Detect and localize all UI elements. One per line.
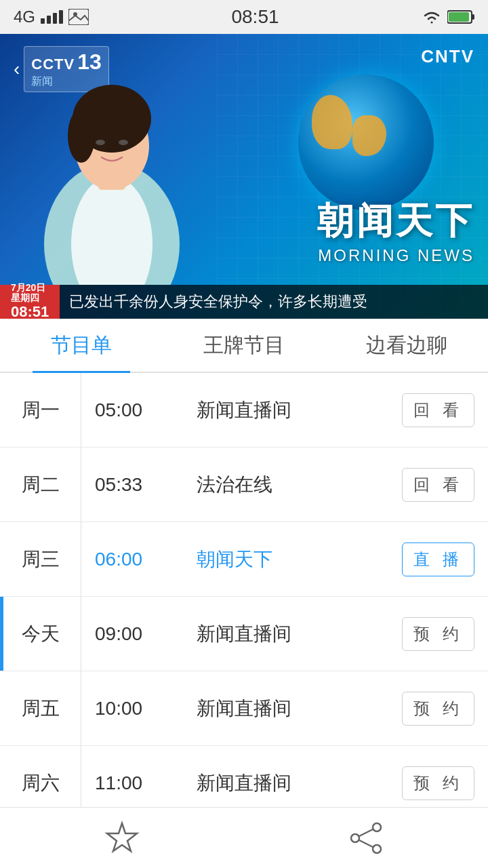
show-title-en: MORNING NEWS: [317, 246, 474, 265]
ticker-time: 7月20日星期四 08:51: [0, 285, 60, 319]
svg-rect-4: [472, 14, 474, 20]
svg-marker-13: [107, 823, 137, 851]
globe-container: [298, 75, 434, 210]
status-bar: 4G 08:51: [0, 0, 488, 34]
program-row-4[interactable]: 10:00 新闻直播间 预 约: [81, 671, 488, 746]
program-name-4: 新闻直播间: [197, 696, 382, 722]
program-name-2: 朝闻天下: [197, 547, 382, 572]
svg-point-14: [373, 823, 381, 831]
program-name-0: 新闻直播间: [197, 397, 382, 423]
program-action-0[interactable]: 回 看: [402, 393, 474, 427]
svg-line-18: [359, 840, 373, 847]
signal-bar-2: [47, 16, 51, 24]
program-action-5[interactable]: 预 约: [402, 766, 474, 800]
svg-line-17: [359, 829, 373, 836]
tab-bar: 节目单 王牌节目 边看边聊: [0, 319, 488, 373]
day-today[interactable]: 今天: [0, 597, 81, 671]
carrier-text: 4G: [14, 7, 35, 26]
signal-bar-3: [53, 13, 57, 24]
anchor-figure: [14, 47, 210, 285]
tab-flagship[interactable]: 王牌节目: [163, 319, 325, 372]
svg-point-16: [351, 834, 359, 842]
program-row-2[interactable]: 06:00 朝闻天下 直 播: [81, 522, 488, 597]
ticker-text: 已发出千余份人身安全保护令，许多长期遭受: [60, 285, 488, 319]
program-time-3: 09:00: [95, 623, 176, 645]
signal-bars: [41, 10, 63, 24]
program-row-0[interactable]: 05:00 新闻直播间 回 看: [81, 373, 488, 448]
program-time-1: 05:33: [95, 474, 176, 496]
program-time-2: 06:00: [95, 549, 176, 570]
wifi-icon: [422, 9, 442, 25]
day-column: 周一 周二 周三 今天 周五 周六 周日: [0, 373, 81, 868]
svg-rect-3: [449, 12, 469, 22]
program-row-3[interactable]: 09:00 新闻直播间 预 约: [81, 597, 488, 671]
status-right: [422, 9, 474, 25]
day-friday[interactable]: 周五: [0, 671, 81, 746]
program-row-1[interactable]: 05:33 法治在线 回 看: [81, 448, 488, 522]
favorite-button[interactable]: [102, 818, 142, 859]
tab-chat[interactable]: 边看边聊: [325, 319, 488, 372]
share-button[interactable]: [346, 818, 386, 859]
program-name-5: 新闻直播间: [197, 770, 382, 796]
show-title: 朝闻天下 MORNING NEWS: [317, 197, 474, 265]
video-player[interactable]: ‹ CCTV 13 新闻 CNTV: [0, 34, 488, 319]
bottom-bar: [0, 807, 488, 868]
program-action-4[interactable]: 预 约: [402, 692, 474, 726]
program-time-0: 05:00: [95, 399, 176, 421]
program-time-5: 11:00: [95, 772, 176, 794]
status-time: 08:51: [231, 6, 279, 28]
day-monday[interactable]: 周一: [0, 373, 81, 448]
show-title-cn: 朝闻天下: [317, 197, 474, 246]
program-time-4: 10:00: [95, 698, 176, 719]
svg-point-15: [373, 845, 381, 853]
image-icon: [68, 9, 89, 25]
svg-point-11: [96, 140, 105, 145]
program-action-2[interactable]: 直 播: [402, 542, 474, 576]
svg-point-10: [68, 108, 95, 163]
day-wednesday[interactable]: 周三: [0, 522, 81, 597]
program-action-1[interactable]: 回 看: [402, 468, 474, 502]
battery-icon: [447, 9, 474, 24]
schedule-container: 周一 周二 周三 今天 周五 周六 周日 05:00 新闻直播间 回 看 05: [0, 373, 488, 868]
cntv-logo: CNTV: [421, 46, 474, 67]
tab-schedule[interactable]: 节目单: [0, 319, 163, 372]
programs-column: 05:00 新闻直播间 回 看 05:33 法治在线 回 看 06:00 朝闻天…: [81, 373, 488, 868]
svg-point-12: [119, 140, 128, 145]
ticker-time-display: 08:51: [11, 303, 49, 319]
program-action-3[interactable]: 预 约: [402, 617, 474, 651]
program-name-1: 法治在线: [197, 472, 382, 498]
ticker-bar: 7月20日星期四 08:51 已发出千余份人身安全保护令，许多长期遭受: [0, 285, 488, 319]
day-tuesday[interactable]: 周二: [0, 448, 81, 522]
globe: [298, 75, 434, 210]
signal-bar-1: [41, 18, 45, 24]
program-name-3: 新闻直播间: [197, 621, 382, 647]
signal-bar-4: [59, 10, 63, 24]
status-left: 4G: [14, 7, 89, 26]
